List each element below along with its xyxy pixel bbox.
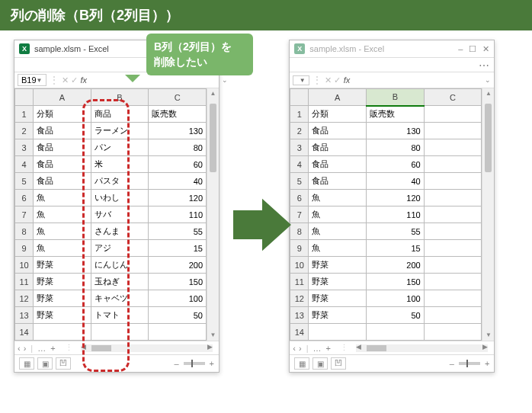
tab-prev-icon[interactable]: ‹ [18,344,21,353]
name-box[interactable]: ▼ [293,75,309,85]
row-header[interactable]: 2 [290,123,309,139]
cell[interactable]: 玉ねぎ [91,274,149,290]
row-header[interactable]: 14 [290,324,309,341]
minimize-button[interactable]: – [458,44,463,54]
cell[interactable]: 50 [149,307,207,324]
cell[interactable]: パン [91,139,149,156]
cell[interactable]: アジ [91,240,149,257]
tab-next-icon[interactable]: › [24,344,27,353]
tab-prev-icon[interactable]: ‹ [293,344,296,353]
view-break-button[interactable]: 凹 [56,357,71,370]
row-header[interactable]: 8 [290,223,309,240]
cell[interactable] [424,190,482,206]
cell[interactable] [91,324,149,341]
vertical-scrollbar[interactable]: ▲ ▼ [207,88,219,341]
row-header[interactable]: 13 [15,307,34,324]
select-all-corner[interactable] [15,89,34,106]
col-header-c[interactable]: C [149,89,207,106]
row-header[interactable]: 6 [15,190,34,206]
row-header[interactable]: 12 [290,290,309,307]
view-normal-button[interactable]: ▦ [294,357,309,370]
cell[interactable]: 魚 [309,206,367,223]
fx-icon[interactable]: fx [344,75,351,85]
col-header-c[interactable]: C [424,89,482,106]
cell[interactable]: 食品 [34,156,91,173]
row-header[interactable]: 5 [290,173,309,190]
cell[interactable]: 魚 [34,240,91,257]
expand-icon[interactable]: ⌄ [222,76,228,84]
view-page-button[interactable]: ▣ [312,357,328,370]
zoom-control[interactable]: – + [450,359,490,368]
col-header-a[interactable]: A [34,89,91,106]
row-header[interactable]: 4 [15,156,34,173]
cell[interactable]: 魚 [309,190,367,206]
cell[interactable]: 野菜 [309,290,367,307]
row-header[interactable]: 12 [15,290,34,307]
cell[interactable]: 魚 [34,223,91,240]
row-header[interactable]: 3 [15,139,34,156]
row-header[interactable]: 13 [290,307,309,324]
enter-icon[interactable]: ✓ [71,75,78,85]
cell[interactable]: 魚 [34,206,91,223]
cell[interactable] [309,324,367,341]
row-header[interactable]: 8 [15,223,34,240]
row-header[interactable]: 4 [290,156,309,173]
col-header-b[interactable]: B [91,89,149,106]
formula-input[interactable] [90,74,219,86]
cell[interactable] [424,206,482,223]
cell[interactable]: 15 [149,240,207,257]
cell[interactable] [424,257,482,274]
formula-input[interactable] [353,74,482,86]
cell[interactable]: 分類 [309,106,367,123]
spreadsheet-grid[interactable]: A B C 1分類販売数 2食品130 3食品80 4食品60 5食品40 6魚… [290,88,482,341]
cell[interactable]: 110 [367,206,425,223]
view-break-button[interactable]: 凹 [331,357,346,370]
ribbon-more-icon[interactable]: ⋯ [479,59,489,72]
cell[interactable]: 食品 [309,156,367,173]
cell[interactable]: 魚 [34,190,91,206]
cell[interactable]: 米 [91,156,149,173]
cell[interactable] [424,173,482,190]
cell[interactable] [424,106,482,123]
scroll-thumb[interactable] [485,104,492,172]
fx-icon[interactable]: fx [81,75,88,85]
scroll-thumb[interactable] [210,104,216,172]
cell[interactable]: 野菜 [34,257,91,274]
row-header[interactable]: 10 [290,257,309,274]
cell[interactable]: にんじん [91,257,149,274]
cell[interactable]: 80 [149,139,207,156]
cell[interactable] [149,324,207,341]
row-header[interactable]: 1 [15,106,34,123]
zoom-out-icon[interactable]: – [174,359,178,368]
view-page-button[interactable]: ▣ [37,357,53,370]
cell[interactable]: 60 [367,156,425,173]
horizontal-scrollbar[interactable]: ◀▶ [81,344,213,352]
cell[interactable]: 食品 [309,173,367,190]
name-box[interactable]: B19▼ [18,74,46,86]
cell[interactable]: 100 [149,290,207,307]
cell[interactable]: 食品 [34,173,91,190]
tab-more-icon[interactable]: … [37,344,46,353]
row-header[interactable]: 7 [15,206,34,223]
cell[interactable]: 食品 [34,139,91,156]
cancel-icon[interactable]: ✕ [325,75,332,85]
zoom-in-icon[interactable]: + [210,359,214,368]
cell[interactable] [34,324,91,341]
horizontal-scrollbar[interactable]: ◀▶ [356,344,488,352]
row-header[interactable]: 1 [290,106,309,123]
tab-more-icon[interactable]: … [313,344,322,353]
cell[interactable]: 40 [367,173,425,190]
cell[interactable]: 商品 [91,106,149,123]
select-all-corner[interactable] [290,89,309,106]
row-header[interactable]: 5 [15,173,34,190]
cell[interactable]: 50 [367,307,425,324]
vertical-scrollbar[interactable]: ▲ ▼ [482,88,494,341]
cell[interactable]: 15 [367,240,425,257]
scroll-down-icon[interactable]: ▼ [482,330,494,341]
cell[interactable]: 野菜 [34,290,91,307]
cell[interactable]: サバ [91,206,149,223]
cell[interactable]: 130 [367,123,425,139]
cell[interactable] [424,240,482,257]
row-header[interactable]: 14 [15,324,34,341]
cell[interactable]: 120 [149,190,207,206]
